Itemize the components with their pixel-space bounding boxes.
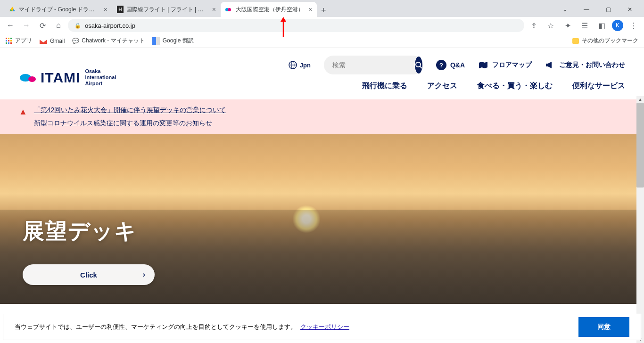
hero-title: 展望デッキ (23, 217, 137, 246)
vertical-scrollbar[interactable]: ▲ ▼ (636, 96, 644, 343)
logo-subtitle: OsakaInternationalAirport (85, 68, 116, 87)
floormap-link[interactable]: フロアマップ (478, 61, 532, 69)
close-icon[interactable]: × (212, 6, 216, 13)
bookmarks-bar: アプリ Gmail 💬 Chatwork - マイチャット Google 翻訳 … (0, 34, 644, 48)
svg-rect-5 (10, 38, 12, 39)
svg-rect-8 (10, 40, 12, 41)
nav-service[interactable]: 便利なサービス (572, 81, 625, 91)
tab-title: 国際線フライト | フライト | 羽田空港 (126, 6, 207, 14)
search-input[interactable] (332, 61, 415, 69)
browser-tab-strip: マイドライブ - Google ドライブ × H 国際線フライト | フライト … (0, 0, 644, 17)
tab-title: 大阪国際空港（伊丹空港） (236, 6, 304, 14)
reading-list-icon[interactable]: ☰ (578, 19, 591, 32)
maximize-button[interactable]: ▢ (598, 2, 619, 17)
reload-button[interactable]: ⟳ (36, 19, 49, 32)
svg-rect-3 (6, 38, 7, 39)
nav-dine[interactable]: 食べる・買う・楽しむ (477, 81, 553, 91)
browser-tab[interactable]: H 国際線フライト | フライト | 羽田空港 × (112, 2, 221, 17)
svg-rect-6 (6, 40, 7, 41)
translate-bookmark[interactable]: Google 翻訳 (152, 37, 194, 45)
cookie-policy-link[interactable]: クッキーポリシー (300, 323, 349, 331)
megaphone-icon (545, 61, 555, 69)
gmail-icon (40, 38, 47, 44)
cookie-consent-bar: 当ウェブサイトでは、ユーザーの利便性、マーケティングの向上を目的としてクッキーを… (3, 314, 641, 340)
hero-section: 展望デッキ Click › (0, 134, 644, 304)
close-icon[interactable]: × (308, 6, 312, 13)
svg-rect-9 (6, 42, 7, 44)
svg-point-19 (416, 62, 421, 67)
svg-rect-12 (152, 37, 156, 45)
avatar[interactable]: K (612, 20, 623, 31)
haneda-icon: H (117, 6, 124, 13)
scroll-thumb[interactable] (636, 103, 644, 188)
extensions-icon[interactable]: ✦ (561, 19, 574, 32)
logo-mark (19, 71, 38, 85)
address-bar[interactable]: 🔒 osaka-airport.co.jp (68, 19, 524, 32)
chatwork-icon: 💬 (72, 38, 79, 44)
new-tab-button[interactable]: + (317, 4, 330, 17)
lock-icon: 🔒 (74, 23, 81, 29)
chatwork-bookmark[interactable]: 💬 Chatwork - マイチャット (72, 37, 144, 45)
alert-banner: ▲ 「第42回いたみ花火大会」開催に伴う展望デッキの営業について 新型コロナウイ… (0, 99, 644, 134)
main-nav: 飛行機に乗る アクセス 食べる・買う・楽しむ 便利なサービス (362, 81, 625, 99)
grid-icon (6, 38, 12, 44)
svg-line-20 (420, 66, 422, 68)
site-header: ITAMI OsakaInternationalAirport Jpn (0, 48, 644, 99)
cookie-agree-button[interactable]: 同意 (578, 317, 629, 337)
drive-icon (8, 6, 16, 13)
svg-rect-13 (156, 37, 160, 45)
sidepanel-icon[interactable]: ◧ (595, 19, 608, 32)
svg-point-15 (28, 76, 36, 82)
svg-rect-4 (8, 38, 9, 39)
gmail-bookmark[interactable]: Gmail (40, 38, 65, 44)
itami-icon (225, 6, 233, 13)
contact-link[interactable]: ご意見・お問い合わせ (545, 61, 625, 69)
language-selector[interactable]: Jpn (289, 61, 311, 69)
search-icon (415, 61, 422, 69)
translate-icon (152, 37, 160, 45)
question-icon: ? (436, 60, 446, 70)
svg-rect-11 (10, 42, 12, 44)
chevron-down-icon[interactable]: ⌄ (554, 2, 575, 17)
warning-icon: ▲ (19, 107, 27, 117)
url-text: osaka-airport.co.jp (85, 22, 135, 29)
svg-rect-10 (8, 42, 9, 44)
other-bookmarks[interactable]: その他のブックマーク (572, 37, 638, 45)
scroll-up-icon[interactable]: ▲ (636, 96, 644, 103)
site-logo[interactable]: ITAMI OsakaInternationalAirport (19, 68, 116, 87)
alert-link[interactable]: 新型コロナウイルス感染症に関する運用の変更等のお知らせ (34, 119, 226, 128)
menu-icon[interactable]: ⋮ (627, 19, 640, 32)
back-button[interactable]: ← (4, 19, 17, 32)
qa-link[interactable]: ? Q&A (436, 60, 465, 70)
search-button[interactable] (415, 57, 422, 74)
close-button[interactable]: ✕ (619, 2, 640, 17)
star-icon[interactable]: ☆ (544, 19, 557, 32)
nav-flight[interactable]: 飛行機に乗る (362, 81, 407, 91)
nav-access[interactable]: アクセス (427, 81, 457, 91)
share-icon[interactable]: ⇪ (527, 19, 540, 32)
hero-cta-button[interactable]: Click › (23, 264, 155, 285)
globe-icon (289, 61, 297, 69)
cookie-text: 当ウェブサイトでは、ユーザーの利便性、マーケティングの向上を目的としてクッキーを… (15, 323, 297, 331)
browser-tab-active[interactable]: 大阪国際空港（伊丹空港） × (221, 2, 317, 17)
alert-link[interactable]: 「第42回いたみ花火大会」開催に伴う展望デッキの営業について (34, 106, 226, 114)
folder-icon (572, 38, 579, 44)
map-icon (478, 61, 488, 69)
minimize-button[interactable]: — (576, 2, 597, 17)
close-icon[interactable]: × (104, 6, 107, 13)
svg-rect-7 (8, 40, 9, 41)
forward-button[interactable]: → (20, 19, 33, 32)
search-box (324, 56, 423, 74)
chevron-right-icon: › (143, 270, 145, 279)
browser-tab[interactable]: マイドライブ - Google ドライブ × (4, 2, 112, 17)
tab-title: マイドライブ - Google ドライブ (19, 6, 99, 14)
browser-toolbar: ← → ⟳ ⌂ 🔒 osaka-airport.co.jp ⇪ ☆ ✦ ☰ ◧ … (0, 17, 644, 34)
home-button[interactable]: ⌂ (52, 19, 65, 32)
logo-text: ITAMI (41, 70, 80, 86)
apps-button[interactable]: アプリ (6, 37, 32, 45)
